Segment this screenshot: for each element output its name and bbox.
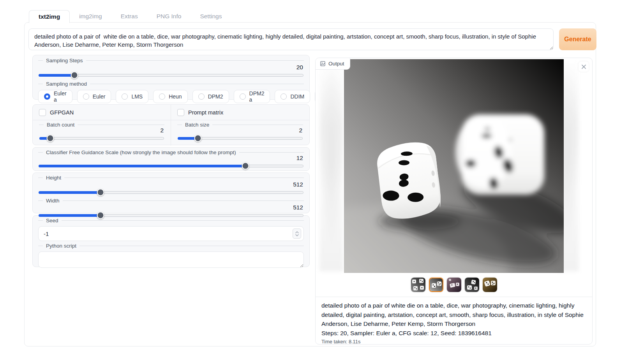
thumbnail-2-selected[interactable] — [429, 278, 443, 292]
prompt-input[interactable]: detailed photo of a pair of white die on… — [28, 28, 554, 50]
gfpgan-label: GFPGAN — [50, 109, 74, 116]
gfpgan-option[interactable]: GFPGAN — [33, 105, 171, 120]
seed-field — [38, 226, 304, 241]
radio-icon — [240, 93, 246, 100]
tab-extras[interactable]: Extras — [111, 10, 147, 23]
slider-track — [39, 191, 303, 194]
cfg-scale-slider[interactable] — [38, 162, 304, 169]
seed-script-group: Seed Python script — [32, 215, 310, 267]
prompt-matrix-label: Prompt matrix — [188, 109, 223, 116]
radio-label: Heun — [169, 93, 182, 100]
slider-handle[interactable] — [97, 211, 104, 219]
sampling-method-label: Sampling method — [38, 81, 304, 87]
generation-info: detailed photo of a pair of white die on… — [316, 297, 592, 345]
sampling-steps-label: Sampling Steps — [38, 58, 304, 63]
slider-track — [39, 214, 303, 217]
prompt-matrix-option[interactable]: Prompt matrix — [171, 105, 309, 120]
sampling-steps-value: 20 — [38, 64, 303, 71]
height-slider[interactable] — [38, 189, 304, 196]
slider-track — [39, 74, 303, 77]
gallery-thumbnails — [316, 278, 592, 292]
output-label-chip: Output — [316, 58, 350, 70]
radio-euler-a[interactable]: Euler a — [38, 90, 72, 103]
radio-label: DPM2 a — [249, 90, 265, 103]
cfg-scale-value: 12 — [38, 155, 303, 162]
slider-handle[interactable] — [71, 71, 78, 79]
radio-icon — [198, 93, 205, 100]
close-icon — [581, 64, 586, 69]
tab-bar: txt2img img2img Extras PNG Info Settings — [29, 10, 231, 23]
slider-track — [39, 137, 164, 140]
batch-size-field: Batch size 2 — [171, 120, 309, 146]
radio-selected-icon — [44, 93, 50, 100]
batch-size-value: 2 — [177, 127, 302, 134]
python-script-label: Python script — [38, 243, 304, 249]
batch-count-value: 2 — [39, 127, 164, 134]
radio-dpm2[interactable]: DPM2 — [192, 90, 229, 103]
sampling-steps-slider[interactable] — [38, 72, 304, 79]
image-icon — [320, 61, 326, 67]
sampling-group: Sampling Steps 20 Sampling method Euler … — [32, 55, 310, 100]
batch-options-group: GFPGAN Prompt matrix Batch count 2 Batch… — [32, 104, 310, 145]
radio-label: Euler — [93, 93, 106, 100]
height-label: Height — [38, 175, 304, 181]
tab-png-info[interactable]: PNG Info — [147, 10, 191, 23]
output-gallery — [316, 58, 592, 274]
height-value: 512 — [38, 181, 303, 188]
radio-icon — [122, 93, 128, 100]
thumbnail-3[interactable] — [447, 278, 461, 292]
radio-icon — [281, 93, 287, 100]
chevron-down-icon — [295, 234, 299, 236]
generate-button[interactable]: Generate — [559, 28, 596, 50]
sampling-method-options: Euler a Euler LMS Heun DPM2 DPM2 a DDIM … — [38, 90, 304, 103]
caption-time-taken: Time taken: 8.11s — [321, 339, 586, 345]
thumbnail-4[interactable] — [465, 278, 479, 292]
prompt-matrix-checkbox[interactable] — [177, 109, 184, 116]
dimensions-group: Height 512 Width 512 — [32, 172, 310, 213]
python-script-input[interactable] — [38, 251, 304, 268]
previous-image-peek — [319, 60, 344, 271]
radio-dpm2-a[interactable]: DPM2 a — [234, 90, 270, 103]
batch-size-slider[interactable] — [177, 135, 303, 142]
cfg-scale-group: Classifier Free Guidance Scale (how stro… — [32, 147, 310, 171]
controls-column: Sampling Steps 20 Sampling method Euler … — [32, 55, 310, 267]
output-label: Output — [328, 61, 344, 67]
width-label: Width — [38, 198, 304, 204]
radio-label: DPM2 — [208, 93, 223, 100]
seed-input[interactable] — [38, 226, 304, 241]
close-output-button[interactable] — [579, 62, 589, 72]
slider-handle[interactable] — [194, 134, 201, 142]
radio-label: DDIM — [290, 93, 304, 100]
slider-handle[interactable] — [242, 162, 249, 169]
slider-track — [39, 165, 303, 167]
tab-settings[interactable]: Settings — [191, 10, 231, 23]
radio-icon — [83, 93, 89, 100]
width-slider[interactable] — [38, 212, 304, 219]
thumbnail-5[interactable] — [483, 278, 497, 292]
thumbnail-1[interactable] — [411, 278, 425, 292]
slider-handle[interactable] — [97, 188, 104, 196]
slider-handle[interactable] — [46, 134, 54, 142]
tab-txt2img[interactable]: txt2img — [29, 10, 70, 23]
tab-img2img[interactable]: img2img — [70, 10, 111, 23]
radio-heun[interactable]: Heun — [153, 90, 187, 103]
radio-ddim[interactable]: DDIM — [275, 90, 310, 103]
seed-stepper[interactable] — [293, 229, 301, 239]
gfpgan-checkbox[interactable] — [39, 109, 46, 116]
caption-parameters: Steps: 20, Sampler: Euler a, CFG scale: … — [321, 329, 586, 338]
radio-label: LMS — [131, 93, 143, 100]
radio-euler[interactable]: Euler — [77, 90, 111, 103]
chevron-up-icon — [295, 231, 299, 234]
batch-count-slider[interactable] — [39, 135, 164, 142]
batch-count-field: Batch count 2 — [33, 120, 171, 146]
radio-icon — [159, 93, 165, 100]
prompt-row: detailed photo of a pair of white die on… — [28, 28, 596, 50]
radio-label: Euler a — [54, 90, 67, 103]
output-panel: Output — [315, 58, 593, 345]
radio-lms[interactable]: LMS — [116, 90, 148, 103]
caption-prompt: detailed photo of a pair of white die on… — [321, 301, 586, 329]
generated-image[interactable] — [344, 59, 564, 273]
width-value: 512 — [38, 204, 303, 211]
txt2img-panel: detailed photo of a pair of white die on… — [24, 22, 596, 346]
